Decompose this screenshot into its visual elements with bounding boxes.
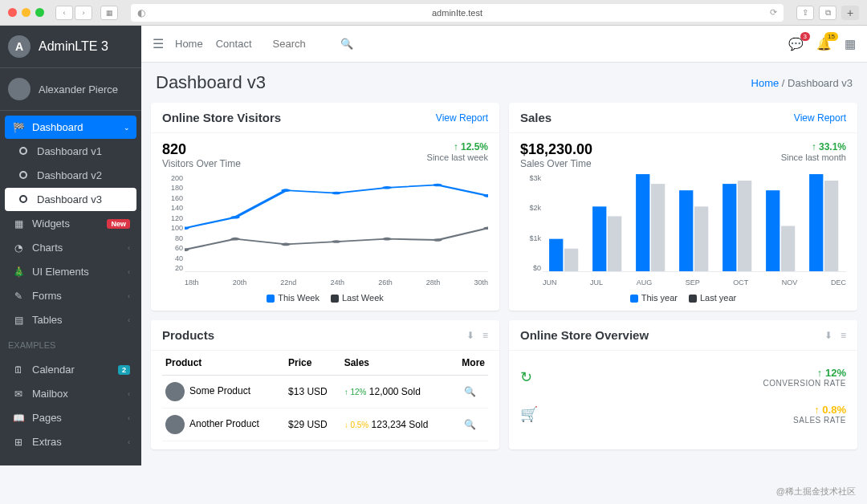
- browser-sidebar-icon[interactable]: ▦: [100, 6, 118, 20]
- sidebar-item-dashboard[interactable]: 🏁 Dashboard ⌄: [5, 116, 136, 139]
- products-table: Product Price Sales More Some Product $1…: [162, 351, 488, 441]
- table-row: Another Product $29 USD ↓ 0.5% 123,234 S…: [162, 408, 488, 441]
- cart-icon: 🛒: [520, 405, 538, 423]
- new-tab-icon[interactable]: +: [841, 6, 859, 20]
- sales-subtitle: Sales Over Time: [520, 158, 592, 169]
- sidebar-item-forms[interactable]: ✎Forms‹: [5, 284, 136, 307]
- browser-chrome: ‹ › ▦ ◐ adminIte.test ⟳ ⇪ ⧉ +: [0, 0, 867, 26]
- sidebar-item-pages[interactable]: 📖Pages‹: [5, 406, 136, 429]
- svg-point-12: [433, 238, 442, 242]
- visitors-subtitle: Visitors Over Time: [162, 158, 241, 169]
- svg-point-3: [332, 192, 340, 195]
- search-icon[interactable]: 🔍: [464, 386, 476, 397]
- svg-point-5: [433, 184, 442, 187]
- plus-square-icon: ⊞: [11, 437, 26, 448]
- sidebar: A AdminLTE 3 Alexander Pierce 🏁 Dashboar…: [0, 26, 141, 465]
- visitors-change: ↑ 12.5%: [427, 141, 488, 152]
- overview-card: Online Store Overview ⬇≡ ↻ ↑ 12% CONVERS…: [509, 320, 857, 449]
- svg-point-2: [281, 189, 290, 192]
- visitors-title: Online Store Visitors: [162, 111, 281, 124]
- tabs-icon[interactable]: ⧉: [819, 6, 836, 20]
- svg-rect-26: [809, 174, 823, 271]
- page-title: Dashboard v3: [156, 72, 266, 93]
- calendar-icon: 🗓: [11, 364, 26, 376]
- visitors-since: Since last week: [427, 152, 488, 162]
- mail-icon: ✉: [11, 388, 26, 400]
- svg-rect-23: [738, 181, 751, 271]
- sidebar-item-ui-elements[interactable]: 🎄UI Elements‹: [5, 260, 136, 283]
- svg-point-10: [332, 240, 340, 243]
- sales-since: Since last month: [781, 152, 846, 162]
- window-minimize[interactable]: [22, 8, 31, 17]
- comments-icon[interactable]: 💬3: [788, 37, 804, 51]
- sidebar-item-mailbox[interactable]: ✉Mailbox‹: [5, 382, 136, 405]
- download-icon[interactable]: ⬇: [824, 330, 832, 341]
- svg-rect-24: [766, 190, 779, 271]
- badge-new: New: [107, 219, 130, 229]
- breadcrumb-current: Dashboard v3: [788, 77, 853, 89]
- svg-rect-18: [636, 174, 649, 271]
- sidebar-header-examples: EXAMPLES: [0, 332, 141, 353]
- svg-rect-21: [694, 206, 708, 271]
- download-icon[interactable]: ⬇: [466, 330, 474, 341]
- tachometer-icon: 🏁: [11, 122, 26, 133]
- visitors-legend: This Week Last Week: [162, 293, 488, 303]
- url-text: adminIte.test: [432, 8, 482, 18]
- svg-rect-19: [651, 184, 665, 271]
- visitors-chart: 20018016014012010080604020 18th20th22nd2…: [162, 174, 488, 287]
- svg-rect-25: [781, 226, 795, 271]
- svg-point-9: [281, 243, 290, 246]
- svg-rect-17: [608, 216, 621, 271]
- svg-rect-27: [824, 181, 838, 271]
- sidebar-item-tables[interactable]: ▤Tables‹: [5, 308, 136, 331]
- watermark: @稀土掘金技术社区: [776, 486, 856, 498]
- chevron-left-icon: ‹: [128, 390, 130, 398]
- bell-icon[interactable]: 🔔15: [816, 37, 832, 51]
- circle-icon: [16, 170, 31, 181]
- table-icon: ▤: [11, 315, 26, 326]
- share-icon[interactable]: ⇪: [796, 6, 814, 20]
- hamburger-icon[interactable]: ☰: [153, 36, 164, 51]
- chevron-left-icon: ‹: [128, 316, 130, 324]
- arrow-up-icon: ↑: [814, 404, 820, 416]
- arrow-up-icon: ↑: [812, 141, 816, 152]
- th-icon: ▦: [11, 218, 26, 230]
- breadcrumb-home[interactable]: Home: [751, 77, 779, 89]
- sidebar-item-widgets[interactable]: ▦WidgetsNew: [5, 212, 136, 235]
- product-icon: [165, 382, 185, 401]
- refresh-icon: ↻: [520, 368, 532, 386]
- sidebar-item-calendar[interactable]: 🗓Calendar2: [5, 358, 136, 381]
- sales-legend: This year Last year: [520, 293, 846, 303]
- window-maximize[interactable]: [35, 8, 44, 17]
- th-large-icon[interactable]: ▦: [845, 37, 856, 51]
- chevron-left-icon: ‹: [128, 244, 130, 252]
- search-icon[interactable]: 🔍: [464, 419, 476, 430]
- sidebar-item-dashboard-v1[interactable]: Dashboard v1: [5, 140, 136, 163]
- sidebar-item-dashboard-v2[interactable]: Dashboard v2: [5, 164, 136, 187]
- overview-row: ↻ ↑ 12% CONVERSION RATE: [520, 359, 846, 396]
- table-row: Some Product $13 USD ↑ 12% 12,000 Sold 🔍: [162, 376, 488, 408]
- products-title: Products: [162, 328, 214, 342]
- sidebar-item-charts[interactable]: ◔Charts‹: [5, 236, 136, 259]
- brand-logo: A: [8, 35, 31, 58]
- search-input[interactable]: [268, 35, 340, 53]
- svg-rect-15: [564, 249, 578, 271]
- sidebar-item-extras[interactable]: ⊞Extras‹: [5, 430, 136, 453]
- brand[interactable]: A AdminLTE 3: [0, 26, 141, 68]
- pie-icon: ◔: [11, 242, 26, 254]
- sidebar-item-dashboard-v3[interactable]: Dashboard v3: [5, 188, 136, 211]
- reload-icon[interactable]: ⟳: [770, 7, 777, 18]
- window-close[interactable]: [8, 8, 17, 17]
- sales-view-report[interactable]: View Report: [794, 112, 846, 124]
- topbar-link-home[interactable]: Home: [175, 38, 203, 50]
- chevron-left-icon: ‹: [128, 438, 130, 446]
- visitors-view-report[interactable]: View Report: [436, 112, 488, 124]
- user-panel[interactable]: Alexander Pierce: [0, 68, 141, 111]
- browser-forward[interactable]: ›: [75, 6, 92, 20]
- browser-back[interactable]: ‹: [55, 6, 73, 20]
- search-button[interactable]: 🔍: [340, 38, 353, 50]
- bars-icon[interactable]: ≡: [841, 330, 846, 341]
- bars-icon[interactable]: ≡: [482, 330, 488, 341]
- topbar-link-contact[interactable]: Contact: [216, 38, 252, 50]
- url-bar[interactable]: ◐ adminIte.test ⟳: [131, 4, 784, 22]
